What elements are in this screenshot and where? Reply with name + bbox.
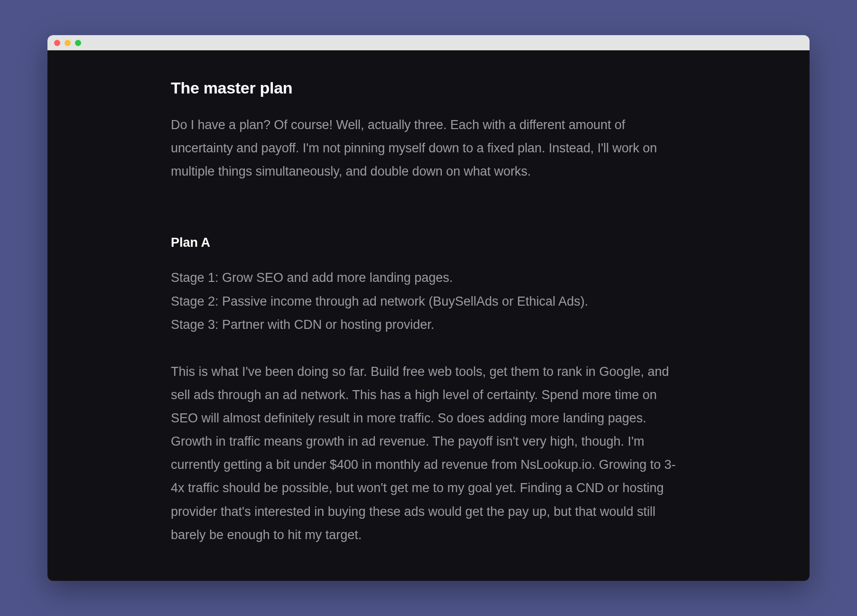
maximize-icon[interactable] [75,40,81,46]
stage-line: Stage 3: Partner with CDN or hosting pro… [171,313,686,336]
window-titlebar [47,35,810,50]
plan-a-heading: Plan A [171,235,686,250]
plan-a-body: This is what I've been doing so far. Bui… [171,360,686,547]
close-icon[interactable] [54,40,60,46]
document-content: The master plan Do I have a plan? Of cou… [47,50,810,581]
page-title: The master plan [171,79,686,97]
stage-line: Stage 2: Passive income through ad netwo… [171,290,686,313]
intro-paragraph: Do I have a plan? Of course! Well, actua… [171,113,686,183]
plan-a-stages: Stage 1: Grow SEO and add more landing p… [171,266,686,336]
stage-line: Stage 1: Grow SEO and add more landing p… [171,266,686,289]
minimize-icon[interactable] [65,40,71,46]
app-window: The master plan Do I have a plan? Of cou… [47,35,810,581]
